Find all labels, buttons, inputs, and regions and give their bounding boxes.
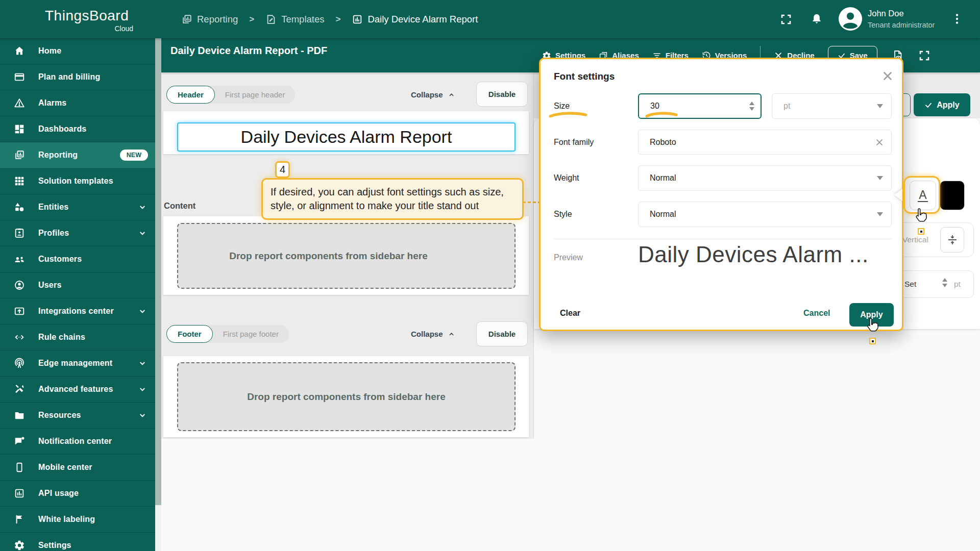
user-role: Tenant administrator [868, 21, 935, 29]
thingsboard-app: ThingsBoard Cloud Reporting>Templates>Da… [0, 0, 980, 551]
bell-icon[interactable] [811, 13, 823, 25]
kebab-menu-icon[interactable] [950, 12, 964, 26]
fullscreen-icon[interactable] [918, 49, 930, 62]
brand-subtitle: Cloud [45, 24, 133, 33]
report-icon [352, 14, 363, 25]
font-family-input[interactable]: Roboto [638, 130, 892, 155]
sidebar: HomePlan and billingAlarmsDashboardsRepo… [0, 38, 155, 551]
chevron-down-icon [138, 307, 147, 316]
sidebar-item-label: Mobile center [38, 463, 92, 472]
size-unit-value: pt [772, 102, 790, 111]
sidebar-item-integrations-center[interactable]: Integrations center [0, 298, 155, 324]
weight-select[interactable]: Normal [638, 165, 892, 191]
sidebar-item-label: Reporting [38, 151, 78, 160]
sidebar-item-home[interactable]: Home [0, 38, 155, 64]
weight-label: Weight [554, 173, 579, 183]
weight-value: Normal [639, 173, 676, 183]
sidebar-item-notification-center[interactable]: Notification center [0, 429, 155, 455]
user-name: John Doe [868, 9, 904, 18]
footer-collapse-button[interactable]: Collapse [411, 325, 455, 343]
chevron-down-icon [877, 176, 883, 180]
sidebar-item-rule-chains[interactable]: Rule chains [0, 324, 155, 350]
vertical-label: Vertical [902, 235, 928, 244]
sidebar-item-white-labeling[interactable]: White labeling [0, 507, 155, 533]
footer-dropzone[interactable]: Drop report components from sidebar here [177, 362, 516, 431]
size-stepper[interactable] [942, 278, 947, 287]
sidebar-item-edge-management[interactable]: Edge management [0, 350, 155, 377]
users-icon [14, 280, 25, 291]
entities-icon [14, 202, 25, 213]
font-color-swatch[interactable] [940, 181, 965, 210]
collapse-label: Collapse [411, 90, 443, 99]
tooltip-arrow [894, 189, 902, 201]
stepper-up-icon[interactable] [942, 278, 947, 282]
clear-button[interactable]: Clear [560, 309, 580, 318]
size-unit-select[interactable]: pt [772, 93, 892, 119]
sidebar-item-users[interactable]: Users [0, 272, 155, 298]
cancel-button[interactable]: Cancel [803, 309, 830, 318]
sidebar-item-label: Users [38, 281, 61, 290]
stepper-down-icon[interactable] [749, 107, 754, 111]
chevron-down-icon [138, 359, 147, 368]
stepper-down-icon[interactable] [942, 284, 947, 287]
white-labeling-icon [14, 514, 25, 525]
sidebar-item-label: Customers [38, 255, 82, 264]
breadcrumb-item-templates[interactable]: Templates [265, 14, 324, 25]
vertical-align-center-icon[interactable] [940, 227, 964, 253]
clear-icon[interactable] [875, 138, 884, 147]
first-page-header-tab[interactable]: First page header [215, 90, 296, 99]
sidebar-item-label: Advanced features [38, 385, 113, 394]
size-input-stepper[interactable] [749, 102, 754, 111]
footer-disable-button[interactable]: Disable [476, 321, 528, 346]
font-family-value: Roboto [639, 138, 676, 147]
sidebar-item-settings[interactable]: Settings [0, 533, 155, 551]
sidebar-item-profiles[interactable]: Profiles [0, 220, 155, 246]
footer-chip[interactable]: Footer [166, 325, 213, 343]
sidebar-item-customers[interactable]: Customers [0, 246, 155, 272]
header-collapse-button[interactable]: Collapse [411, 86, 455, 104]
sidebar-item-alarms[interactable]: Alarms [0, 90, 155, 116]
dialog-divider [554, 239, 892, 239]
sidebar-item-mobile-center[interactable]: Mobile center [0, 455, 155, 481]
breadcrumb-item-daily-device-alarm-report[interactable]: Daily Device Alarm Report [352, 14, 478, 25]
panel-apply-button[interactable]: Apply [914, 93, 970, 116]
stepper-up-icon[interactable] [749, 102, 754, 105]
api-usage-icon [14, 488, 25, 499]
set-label: Set [904, 280, 916, 289]
first-page-footer-tab[interactable]: First page footer [213, 330, 289, 338]
sidebar-item-label: Edge management [38, 359, 112, 368]
sidebar-item-resources[interactable]: Resources [0, 403, 155, 429]
sidebar-item-plan-and-billing[interactable]: Plan and billing [0, 64, 155, 90]
sidebar-item-label: Entities [38, 203, 68, 212]
avatar[interactable] [839, 7, 862, 31]
sidebar-item-label: Integrations center [38, 307, 114, 316]
alarms-icon [14, 97, 25, 109]
chevron-down-icon [138, 203, 147, 212]
close-icon[interactable] [881, 70, 894, 82]
content-dropzone[interactable]: Drop report components from sidebar here [177, 223, 516, 289]
sidebar-item-entities[interactable]: Entities [0, 194, 155, 220]
header-disable-button[interactable]: Disable [476, 82, 528, 107]
sidebar-item-label: API usage [38, 489, 79, 498]
style-label: Style [554, 210, 572, 219]
dialog-title: Font settings [554, 71, 615, 82]
sidebar-item-api-usage[interactable]: API usage [0, 481, 155, 507]
top-bar [0, 0, 980, 38]
report-title-input[interactable]: Daily Devices Alarm Report [177, 122, 516, 152]
dashboards-icon [14, 123, 25, 135]
style-select[interactable]: Normal [638, 202, 892, 227]
breadcrumb-item-reporting[interactable]: Reporting [181, 14, 238, 25]
header-chip[interactable]: Header [166, 86, 215, 104]
sidebar-scrollbar-thumb[interactable] [155, 38, 161, 505]
sidebar-item-dashboards[interactable]: Dashboards [0, 116, 155, 142]
sidebar-item-advanced-features[interactable]: Advanced features [0, 377, 155, 403]
fullscreen-icon[interactable] [780, 13, 792, 26]
customers-icon [14, 254, 25, 265]
chevron-down-icon [138, 385, 147, 394]
billing-icon [14, 71, 25, 83]
editor-title: Daily Device Alarm Report - PDF [170, 45, 327, 57]
chevron-down-icon [138, 229, 147, 238]
hand-cursor-icon [913, 208, 928, 225]
sidebar-item-solution-templates[interactable]: Solution templates [0, 168, 155, 194]
sidebar-item-reporting[interactable]: ReportingNEW [0, 142, 155, 168]
